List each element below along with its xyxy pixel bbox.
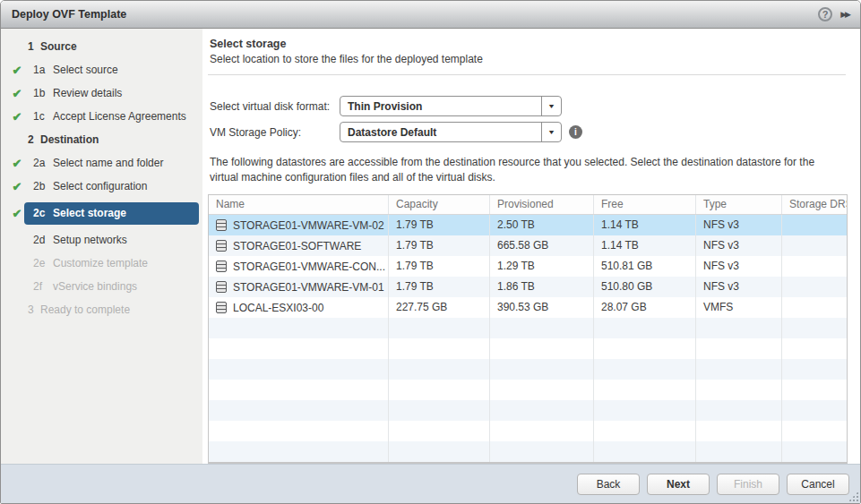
table-empty-row [209,441,847,462]
sidebar-item-select-configuration[interactable]: ✔ 2b Select configuration [1,179,202,194]
check-icon: ✔ [1,179,33,194]
sidebar-item-select-source[interactable]: ✔ 1a Select source [1,63,202,78]
help-icon[interactable]: ? [818,7,832,21]
next-button[interactable]: Next [647,474,710,495]
free-cell: 28.07 GB [594,297,696,318]
check-icon: ✔ [1,86,33,101]
sidebar-item-setup-networks[interactable]: 2d Setup networks [1,233,202,248]
table-row[interactable]: STORAGE01-VMWARE-CON... 1.79 TB 1.29 TB … [209,256,847,277]
table-header-row: Name Capacity Provisioned Free Type Stor… [209,195,847,215]
step-label: Select source [53,63,202,78]
storage-form: Select virtual disk format: Thin Provisi… [210,96,846,142]
free-cell: 510.81 GB [594,256,696,277]
free-cell: 1.14 TB [594,215,696,235]
table-empty-row [209,359,847,380]
storage-drs-cell [782,277,847,297]
select-storage-panel: Select storage Select location to store … [202,29,860,464]
datastore-icon [216,281,227,293]
step-label: Destination [40,132,202,148]
datastore-icon [216,302,227,313]
sidebar-item-review-details[interactable]: ✔ 1b Review details [1,86,202,101]
step-label: Review details [53,86,202,101]
sidebar-item-accept-license[interactable]: ✔ 1c Accept License Agreements [1,109,202,124]
collapse-icon[interactable]: ▶▶ [840,10,849,19]
step-label: Source [40,39,202,55]
step-number: 1a [33,63,53,78]
step-number: 2 [28,132,40,148]
datastore-icon [216,219,227,231]
check-icon: ✔ [1,109,33,124]
dialog-title: Deploy OVF Template [12,8,126,21]
provisioned-cell: 1.29 TB [490,256,594,277]
free-cell: 510.80 GB [594,277,696,297]
sidebar-item-select-name-folder[interactable]: ✔ 2a Select name and folder [1,156,202,171]
wizard-step-list: 1 Source ✔ 1a Select source ✔ 1b Review … [1,29,202,464]
divider [208,74,846,75]
page-title: Select storage [210,38,846,50]
datastore-icon [216,240,227,252]
column-header-type[interactable]: Type [696,195,782,214]
page-subtitle: Select location to store the files for t… [210,53,846,65]
table-row[interactable]: STORAGE01-VMWARE-VM-01 1.79 TB 1.86 TB 5… [209,277,847,297]
capacity-cell: 1.79 TB [389,235,490,256]
type-cell: VMFS [696,297,782,318]
step-number: 2c [33,206,53,221]
datastore-name: STORAGE01-VMWARE-VM-01 [233,278,384,297]
provisioned-cell: 665.58 GB [490,235,594,256]
sidebar-item-customize-template: 2e Customize template [1,256,202,271]
current-step-highlight[interactable]: 2c Select storage [24,202,199,225]
step-number: 3 [28,303,40,318]
dialog-footer: Back Next Finish Cancel [1,464,860,503]
table-empty-row [209,400,847,421]
type-cell: NFS v3 [696,235,782,256]
step-label: Accept License Agreements [53,109,202,124]
table-row[interactable]: STORAGE01-SOFTWARE 1.79 TB 665.58 GB 1.1… [209,235,847,256]
capacity-cell: 1.79 TB [389,277,490,297]
datastore-table: Name Capacity Provisioned Free Type Stor… [208,194,848,464]
check-icon: ✔ [1,63,33,78]
sidebar-section-ready-to-complete: 3 Ready to complete [1,303,202,318]
disk-format-dropdown[interactable]: Thin Provision ▼ [340,96,562,116]
provisioned-cell: 2.50 TB [490,215,594,235]
cancel-button[interactable]: Cancel [787,474,849,495]
type-cell: NFS v3 [696,215,782,235]
capacity-cell: 1.79 TB [389,215,490,235]
free-cell: 1.14 TB [594,235,696,256]
step-label: Select storage [53,206,199,221]
storage-drs-cell [782,215,847,235]
table-row[interactable]: STORAGE01-VMWARE-VM-02 1.79 TB 2.50 TB 1… [209,215,847,235]
provisioned-cell: 390.53 GB [490,297,594,318]
step-label: Customize template [53,256,202,271]
type-cell: NFS v3 [696,277,782,297]
sidebar-section-destination: 2 Destination [1,132,202,148]
info-icon[interactable]: i [569,125,582,139]
step-number: 1 [28,39,40,55]
column-header-storage-drs[interactable]: Storage DRS [782,195,847,214]
sidebar-section-source: 1 Source [1,39,202,55]
storage-policy-value: Datastore Default [340,126,541,139]
check-icon: ✔ [1,156,33,171]
step-number: 2b [33,179,53,194]
storage-policy-label: VM Storage Policy: [210,126,340,139]
column-header-name[interactable]: Name [209,195,389,214]
datastore-name: STORAGE01-VMWARE-VM-02 [233,216,384,235]
storage-policy-dropdown[interactable]: Datastore Default ▼ [340,122,562,142]
sidebar-item-vservice-bindings: 2f vService bindings [1,279,202,295]
disk-format-row: Select virtual disk format: Thin Provisi… [210,96,846,116]
column-header-capacity[interactable]: Capacity [389,195,490,214]
table-empty-row [209,380,847,400]
back-button[interactable]: Back [577,474,640,495]
table-empty-row [209,318,847,338]
storage-policy-row: VM Storage Policy: Datastore Default ▼ i [210,122,846,142]
step-label: Setup networks [53,233,202,248]
deploy-ovf-dialog: Deploy OVF Template ? ▶▶ 1 Source ✔ 1a S… [0,0,861,504]
resize-grip[interactable] [848,491,858,501]
column-header-free[interactable]: Free [594,195,696,214]
step-label: vService bindings [53,279,202,295]
datastore-name: LOCAL-ESXI03-00 [233,298,323,318]
storage-drs-cell [782,235,847,256]
table-row[interactable]: LOCAL-ESXI03-00 227.75 GB 390.53 GB 28.0… [209,297,847,318]
column-header-provisioned[interactable]: Provisioned [490,195,594,214]
table-empty-row [209,338,847,359]
step-label: Ready to complete [40,303,202,318]
